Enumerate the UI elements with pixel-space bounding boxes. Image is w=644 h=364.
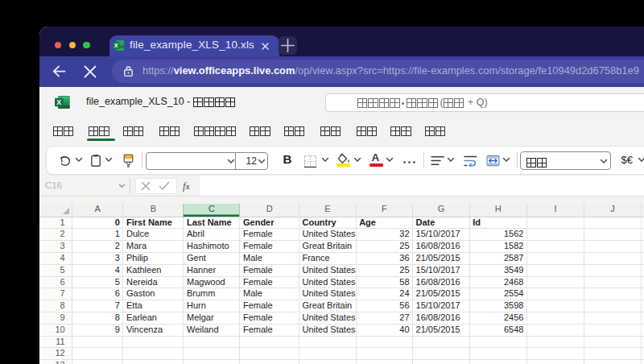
svg-text:X: X	[56, 98, 61, 106]
svg-text:X: X	[114, 42, 118, 49]
